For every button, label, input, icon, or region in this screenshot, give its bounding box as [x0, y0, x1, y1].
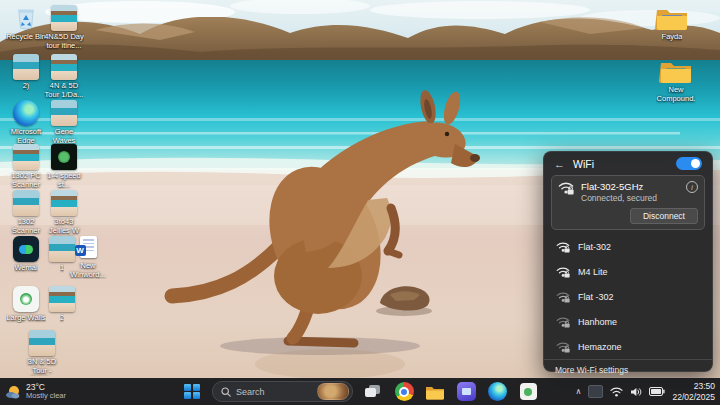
- connected-status: Connected, secured: [581, 193, 657, 203]
- desktop-icon-wemai-app[interactable]: Wemai: [6, 236, 46, 273]
- icon-label: 4N&5D Day tour itine...: [44, 33, 84, 50]
- info-icon[interactable]: i: [686, 181, 698, 193]
- desktop-icon-image-6[interactable]: 1302 Scanner: [6, 190, 46, 235]
- wifi-network-row[interactable]: Flat -302: [544, 284, 712, 309]
- network-ssid: Hanhome: [578, 317, 617, 327]
- hidden-icons-chevron[interactable]: ∧: [576, 387, 582, 396]
- desktop-icon-image-2[interactable]: 2): [6, 54, 46, 91]
- image-thumbnail-icon: [51, 5, 77, 31]
- network-ssid: Flat-302: [578, 242, 611, 252]
- desktop-icon-folder-new-compound[interactable]: New Compound...: [656, 58, 696, 104]
- desktop-icon-image-5[interactable]: 1302 PC Scanner: [6, 144, 46, 189]
- chrome-icon: [395, 382, 414, 401]
- image-thumbnail-icon: [49, 286, 75, 312]
- connected-ssid: Flat-302-5GHz: [581, 181, 657, 192]
- icon-label: 1: [60, 264, 64, 273]
- wifi-network-row[interactable]: Hemazone: [544, 334, 712, 359]
- taskbar-center: Search: [181, 378, 539, 405]
- edge-taskbar-button[interactable]: [486, 381, 508, 403]
- icon-label: Wemai: [14, 264, 37, 273]
- desktop-icon-folder-fayda[interactable]: Fayda: [652, 5, 692, 42]
- system-tray: ∧ 23:50 22/02/2025: [576, 381, 715, 401]
- network-ssid: M4 Lite: [578, 267, 608, 277]
- weather-widget[interactable]: 23°C Mostly clear: [5, 383, 66, 401]
- icon-label: Large Walls: [6, 314, 45, 323]
- chrome-taskbar-button[interactable]: [393, 381, 415, 403]
- white-green-app-icon: [520, 383, 537, 400]
- folder-icon: [659, 58, 693, 84]
- wifi-secured-icon: [556, 241, 570, 253]
- task-view-button[interactable]: [362, 381, 384, 403]
- connected-network-card[interactable]: Flat-302-5GHz Connected, secured i Disco…: [551, 175, 705, 230]
- tray-battery-icon[interactable]: [649, 387, 665, 396]
- icon-label: New Compound...: [656, 86, 696, 104]
- desktop-icon-image-1[interactable]: 4N&5D Day tour itine...: [44, 5, 84, 50]
- wemai-app-icon: [13, 236, 39, 262]
- desktop-icon-image-7[interactable]: 3to43 Jellies W July 9L: [44, 190, 84, 236]
- desktop-icon-image-4[interactable]: Gene Waves: [44, 100, 84, 145]
- file-explorer-icon: [425, 384, 445, 400]
- desktop-icon-word-document[interactable]: W New Winword...: [68, 234, 108, 279]
- desktop-icon-image-9[interactable]: 2: [42, 286, 82, 323]
- icon-label: Fayda: [662, 33, 683, 42]
- icon-label: Recycle Bin: [6, 33, 46, 42]
- tray-app-icon[interactable]: [588, 385, 603, 398]
- connected-network-text: Flat-302-5GHz Connected, secured: [581, 181, 657, 203]
- disconnect-button[interactable]: Disconnect: [630, 208, 698, 224]
- wifi-secured-icon: [556, 316, 570, 328]
- start-button[interactable]: [181, 381, 203, 403]
- wifi-panel-header: ← WiFi: [544, 152, 712, 173]
- search-box[interactable]: Search: [212, 381, 353, 402]
- image-thumbnail-icon: [51, 54, 77, 80]
- wifi-panel-title: WiFi: [573, 158, 668, 170]
- image-thumbnail-icon: [51, 100, 77, 126]
- tray-wifi-icon[interactable]: [610, 387, 623, 397]
- icon-label: 1302 PC Scanner: [6, 172, 46, 189]
- wifi-secured-icon: [556, 341, 570, 353]
- store-button[interactable]: [455, 381, 477, 403]
- wifi-secured-icon: [556, 266, 570, 278]
- desktop-icon-recycle-bin[interactable]: Recycle Bin: [6, 5, 46, 42]
- store-icon: [457, 382, 476, 401]
- app-button-white-green[interactable]: [517, 381, 539, 403]
- search-highlight-image: [317, 383, 349, 400]
- search-placeholder: Search: [236, 387, 312, 397]
- desktop-icon-image-3[interactable]: 4N & 5D Tour 1/Da...: [44, 54, 84, 99]
- image-thumbnail-icon: [51, 190, 77, 216]
- icon-label: 4N & 5D Tour 1/Da...: [44, 82, 84, 99]
- image-thumbnail-icon: [29, 330, 55, 356]
- wifi-network-row[interactable]: M4 Lite: [544, 259, 712, 284]
- clock-time: 23:50: [694, 381, 715, 391]
- icon-label: Microsoft Edge: [6, 128, 46, 145]
- weather-icon: [5, 384, 21, 400]
- tray-volume-icon[interactable]: [630, 387, 642, 397]
- dark-image-thumbnail-icon: [51, 144, 77, 170]
- desktop-icon-image-dark[interactable]: 1-4 speed st...: [44, 144, 84, 189]
- wifi-secured-icon: [558, 181, 574, 195]
- image-thumbnail-icon: [13, 190, 39, 216]
- wifi-network-row[interactable]: Flat-302: [544, 234, 712, 259]
- edge-icon: [13, 100, 39, 126]
- desktop-icon-microsoft-edge[interactable]: Microsoft Edge: [6, 100, 46, 145]
- folder-icon: [655, 5, 689, 31]
- wifi-network-list: Flat-302 M4 Lite: [544, 234, 712, 359]
- desktop-icon-image-10[interactable]: 3N & 5D Tour - Setul...: [22, 330, 62, 376]
- desktop-icon-large-walls-app[interactable]: Large Walls: [6, 286, 46, 323]
- word-document-icon: W: [75, 234, 101, 260]
- wifi-toggle[interactable]: [676, 157, 702, 170]
- desktop: Recycle Bin 4N&5D Day tour itine... 2) 4…: [0, 0, 720, 405]
- network-ssid: Flat -302: [578, 292, 614, 302]
- file-explorer-button[interactable]: [424, 381, 446, 403]
- network-ssid: Hemazone: [578, 342, 622, 352]
- taskbar-clock[interactable]: 23:50 22/02/2025: [672, 381, 715, 401]
- image-thumbnail-icon: [13, 54, 39, 80]
- search-icon: [221, 387, 231, 397]
- more-wifi-settings-link[interactable]: More Wi-Fi settings: [544, 359, 712, 380]
- icon-label: 1302 Scanner: [6, 218, 46, 235]
- wifi-network-row[interactable]: Hanhome: [544, 309, 712, 334]
- edge-icon: [488, 382, 507, 401]
- taskbar: 23°C Mostly clear Search: [0, 378, 720, 405]
- weather-condition: Mostly clear: [26, 392, 66, 400]
- back-arrow-icon[interactable]: ←: [554, 158, 565, 170]
- windows-logo-icon: [184, 384, 200, 400]
